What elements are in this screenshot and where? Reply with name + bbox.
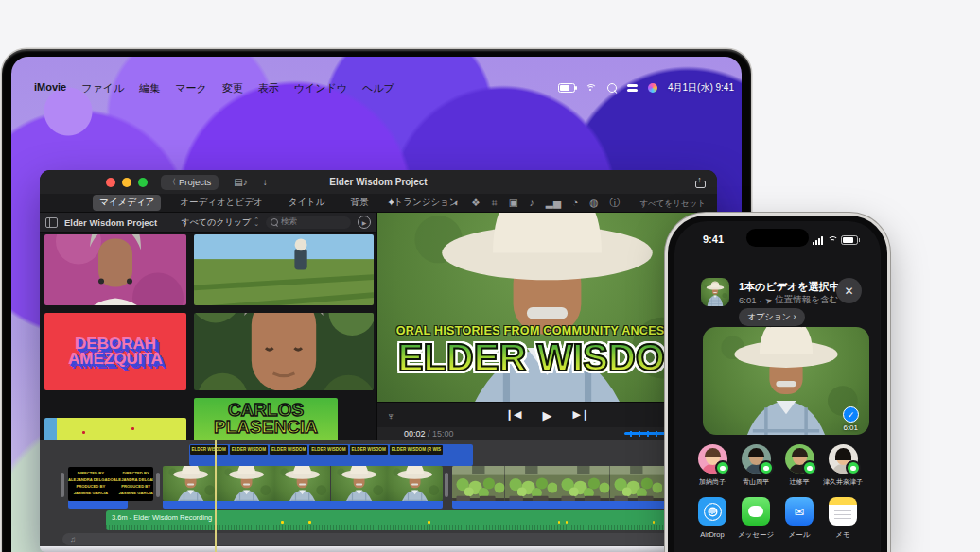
clip-thumbnail-portrait-woman[interactable]	[44, 234, 186, 305]
menu-item[interactable]: 変更	[222, 81, 243, 95]
speed-icon[interactable]: ◔	[572, 197, 578, 210]
color-correction-icon[interactable]: ❖	[471, 197, 480, 210]
iphone-status-icons	[813, 235, 858, 245]
search-placeholder: 検索	[281, 216, 297, 228]
clip-filter-icon[interactable]: ◍	[589, 197, 598, 210]
credits-clip-audio[interactable]	[68, 501, 128, 509]
title-track-bar[interactable]	[189, 455, 473, 466]
credits-clip[interactable]: DIRECTED BYALEJANDRA DELGADOPRODUCED BYJ…	[68, 467, 153, 501]
tab-media[interactable]: 背景	[344, 195, 376, 211]
title-track[interactable]: ELDER WISDOMELDER WISDOMELDER WISDOMELDE…	[189, 444, 473, 455]
menu-item[interactable]: ファイル	[81, 81, 124, 95]
share-app-airdrop[interactable]: AirDrop	[691, 497, 733, 540]
contact-name: 青山周平	[743, 477, 769, 487]
cellular-signal-icon	[813, 236, 823, 245]
share-app-label: メール	[789, 530, 811, 540]
background-music-well[interactable]: ♫	[62, 533, 713, 545]
share-app-mail[interactable]: メール	[779, 497, 820, 540]
credits-text: PRODUCED BY	[68, 485, 114, 490]
trim-handle[interactable]	[445, 473, 448, 497]
trim-handle[interactable]	[156, 473, 160, 497]
clip-thumbnail-title-carlos[interactable]: CARLOS PLASENCIA	[194, 398, 338, 440]
clip-thumbnail-farm-field[interactable]	[194, 234, 374, 305]
clip-thumbnail-us-map[interactable]: UNITED STATES	[44, 418, 186, 440]
play-button[interactable]: ▶	[543, 408, 552, 423]
macbook: iMovieファイル編集マーク変更表示ウインドウヘルプ 4月1日(水) 9:41…	[2, 49, 751, 552]
share-app-label: メッセージ	[738, 530, 774, 540]
close-window-button[interactable]	[106, 178, 115, 187]
audio-skimmer[interactable]	[624, 432, 672, 435]
menu-item[interactable]: iMovie	[34, 81, 66, 95]
contact-avatar	[829, 444, 858, 474]
wifi-icon[interactable]	[586, 84, 597, 93]
dynamic-island	[746, 229, 809, 247]
menu-item[interactable]: ヘルプ	[362, 81, 394, 95]
menu-item[interactable]: 編集	[139, 81, 160, 95]
close-sheet-button[interactable]: ✕	[836, 278, 862, 303]
menu-bar-clock[interactable]: 4月1日(水) 9:41	[668, 81, 734, 95]
imovie-window: 〈Projects ▤♪ ↓ Elder Wisdom Project マイメデ…	[40, 170, 717, 552]
share-sheet-subtitle: 6:01· ➤ 位置情報を含む	[739, 294, 838, 306]
volume-up-button[interactable]	[664, 327, 667, 346]
share-app-messages[interactable]: メッセージ	[735, 497, 777, 540]
video-clip-elder-audio[interactable]	[163, 501, 443, 509]
window-title-bar: 〈Projects ▤♪ ↓ Elder Wisdom Project	[40, 170, 717, 194]
volume-down-button[interactable]	[664, 352, 667, 371]
menu-item[interactable]: 表示	[258, 81, 279, 95]
play-clip-icon[interactable]: ▶	[358, 216, 371, 229]
color-balance-icon[interactable]: ◐	[454, 197, 460, 210]
import-media-icon[interactable]: ↓	[263, 177, 268, 187]
credits-text: ALEJANDRA DELGADO	[114, 478, 153, 483]
info-icon[interactable]: ⓘ	[610, 197, 621, 210]
zoom-window-button[interactable]	[138, 178, 148, 187]
filmstrip-frame	[331, 466, 387, 501]
credits-text: DIRECTED BY	[68, 472, 114, 476]
search-input[interactable]: 検索	[266, 216, 351, 229]
audio-recording-clip[interactable]: 3.6m - Elder Wisdom Recording	[106, 510, 715, 530]
back-to-projects-button[interactable]: 〈Projects	[161, 175, 219, 190]
stabilization-icon[interactable]: ▣	[509, 197, 518, 210]
control-center-icon[interactable]	[627, 84, 638, 92]
share-icon[interactable]	[695, 177, 706, 188]
reset-all-button[interactable]: すべてをリセット	[639, 198, 706, 210]
menu-item[interactable]: ウインドウ	[294, 81, 347, 95]
airdrop-contact[interactable]: 津久井奈津子	[822, 444, 864, 487]
spotlight-search-icon[interactable]	[607, 83, 617, 93]
playhead[interactable]	[215, 440, 217, 552]
tab-my-media-active[interactable]: マイメディア	[93, 195, 161, 211]
tab-media[interactable]: タイトル	[282, 195, 332, 211]
media-tabs: マイメディアオーディオとビデオタイトル背景トランジション	[93, 195, 465, 211]
crop-icon[interactable]: ⌗	[492, 197, 498, 210]
video-thumbnail	[701, 278, 729, 306]
video-clip-elder[interactable]	[163, 466, 443, 501]
previous-frame-button[interactable]: ❙◀	[505, 408, 522, 423]
menu-item[interactable]: マーク	[175, 81, 207, 95]
next-frame-button[interactable]: ▶❙	[573, 408, 590, 423]
media-browser-icon[interactable]: ▤♪	[234, 177, 247, 187]
airdrop-contact[interactable]: 青山周平	[735, 444, 777, 487]
contact-avatar	[698, 444, 727, 474]
volume-icon[interactable]: ♪	[530, 197, 534, 210]
clip-thumbnail-closeup-woman[interactable]	[194, 313, 374, 390]
airdrop-contact[interactable]: 加納尚子	[691, 444, 733, 487]
adjustment-icons: ◐ ❖ ⌗ ▣ ♪ ▂▅ ◔ ◍ ⓘ	[454, 197, 620, 210]
clip-thumbnail-title-deborah[interactable]: DEBORAH AMÉZQUITA	[44, 313, 186, 390]
magic-wand-icon[interactable]: ✦	[387, 197, 395, 209]
noise-reduction-icon[interactable]: ▂▅	[546, 197, 561, 210]
power-button[interactable]	[888, 331, 891, 361]
title-track-label: ELDER WISDOM	[190, 445, 228, 455]
share-app-label: メモ	[835, 530, 849, 540]
battery-icon[interactable]	[558, 83, 575, 93]
minimize-window-button[interactable]	[122, 178, 131, 187]
iphone-clock: 9:41	[703, 233, 724, 245]
sidebar-toggle-icon[interactable]	[45, 217, 58, 228]
action-button[interactable]	[664, 306, 667, 318]
browser-project-title: Elder Wisdom Project	[64, 217, 157, 228]
trim-handle[interactable]	[61, 473, 64, 497]
siri-icon[interactable]	[648, 83, 657, 93]
airdrop-contact[interactable]: 辻修平	[779, 444, 820, 487]
options-button[interactable]: オプション ›	[739, 308, 805, 326]
clip-filter-dropdown[interactable]: すべてのクリップ⌃⌄	[181, 216, 259, 229]
tab-media[interactable]: オーディオとビデオ	[173, 195, 269, 211]
share-app-notes[interactable]: メモ	[822, 497, 864, 540]
